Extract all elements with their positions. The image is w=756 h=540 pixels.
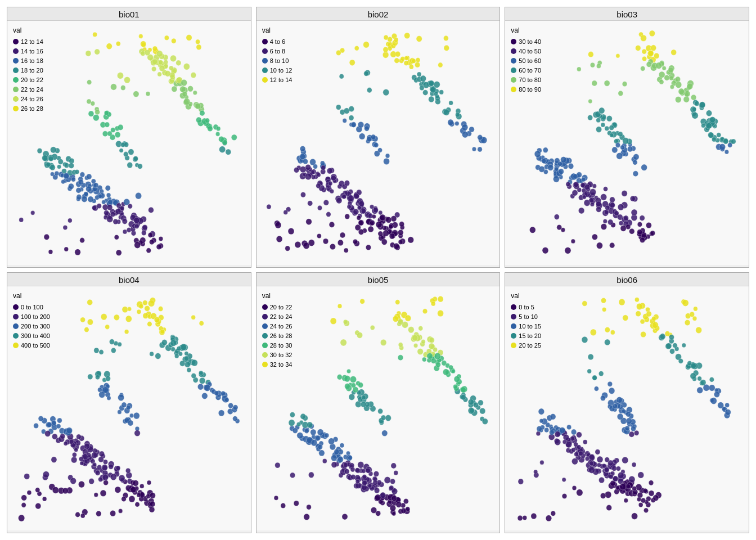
svg-point-173 — [111, 84, 117, 91]
svg-point-113 — [75, 249, 81, 255]
svg-point-371 — [326, 212, 330, 217]
legend-item-bio01-5: 22 to 24 — [13, 85, 43, 94]
svg-point-389 — [288, 228, 294, 235]
svg-point-301 — [454, 122, 458, 126]
scatter-svg-bio01 — [7, 21, 251, 265]
panel-title-bio06: bio06 — [505, 273, 749, 286]
svg-point-1645 — [725, 403, 730, 407]
svg-point-413 — [477, 135, 482, 141]
svg-point-251 — [94, 49, 100, 55]
svg-point-791 — [618, 204, 624, 211]
legend-dot-bio03-3 — [511, 68, 516, 73]
svg-point-372 — [373, 208, 378, 213]
svg-point-1050 — [218, 410, 224, 416]
svg-point-494 — [374, 142, 378, 147]
svg-point-1679 — [570, 436, 575, 441]
svg-point-167 — [141, 51, 145, 56]
svg-point-667 — [659, 71, 665, 78]
svg-point-1172 — [380, 339, 386, 345]
svg-point-1512 — [567, 425, 572, 430]
legend-label-bio04-4: 400 to 500 — [21, 341, 50, 350]
svg-point-1105 — [129, 496, 135, 502]
legend-item-bio05-4: 28 to 30 — [262, 341, 292, 350]
legend-label-bio02-1: 6 to 8 — [270, 47, 286, 56]
svg-point-1698 — [641, 498, 646, 503]
legend-label-bio02-0: 4 to 6 — [270, 37, 286, 47]
svg-point-229 — [120, 85, 125, 90]
svg-point-1404 — [296, 422, 300, 426]
svg-point-839 — [555, 167, 559, 172]
legend-label-bio04-3: 300 to 400 — [21, 331, 50, 341]
svg-point-1331 — [357, 332, 362, 338]
svg-point-1307 — [478, 400, 483, 406]
svg-point-1302 — [361, 469, 365, 473]
svg-point-376 — [399, 222, 404, 227]
svg-point-287 — [86, 186, 92, 192]
svg-point-1710 — [608, 460, 614, 466]
legend-item-bio01-1: 14 to 16 — [13, 47, 43, 56]
svg-point-256 — [113, 219, 118, 224]
legend-label-bio01-3: 18 to 20 — [21, 66, 43, 75]
svg-point-850 — [590, 189, 596, 196]
panel-content-bio06: val0 to 55 to 1010 to 1515 to 2020 to 25 — [505, 286, 749, 530]
legend-label-bio06-3: 15 to 20 — [519, 331, 541, 341]
svg-point-1663 — [601, 298, 606, 304]
svg-point-711 — [601, 123, 605, 127]
svg-point-218 — [170, 55, 176, 62]
svg-point-1444 — [391, 496, 397, 501]
svg-point-1602 — [605, 339, 610, 345]
legend-dot-bio03-2 — [511, 58, 516, 64]
svg-point-532 — [416, 57, 420, 62]
legend-item-bio05-5: 30 to 32 — [262, 350, 292, 360]
svg-point-702 — [542, 159, 546, 164]
svg-point-788 — [626, 224, 631, 230]
svg-point-586 — [592, 234, 598, 240]
legend-label-bio01-6: 24 to 26 — [21, 94, 43, 104]
svg-point-1057 — [150, 493, 155, 499]
svg-point-556 — [341, 194, 346, 199]
svg-point-383 — [336, 50, 341, 55]
svg-point-309 — [323, 200, 328, 205]
svg-point-521 — [417, 72, 421, 76]
svg-point-136 — [133, 91, 139, 97]
svg-point-1447 — [396, 502, 402, 508]
svg-point-17 — [226, 149, 231, 155]
svg-point-849 — [589, 197, 594, 202]
legend-item-bio03-3: 60 to 70 — [511, 66, 541, 75]
svg-point-816 — [604, 80, 610, 87]
svg-point-557 — [316, 183, 320, 188]
svg-point-1116 — [105, 376, 110, 381]
svg-point-554 — [316, 173, 320, 177]
svg-point-680 — [610, 242, 615, 248]
svg-point-216 — [134, 224, 139, 228]
legend-item-bio06-0: 0 to 5 — [511, 303, 541, 312]
legend-label-bio05-3: 26 to 28 — [270, 331, 292, 341]
svg-point-855 — [608, 219, 613, 225]
svg-point-567 — [404, 56, 408, 61]
svg-point-491 — [361, 209, 366, 214]
svg-point-1128 — [161, 340, 167, 345]
svg-point-773 — [616, 143, 620, 148]
svg-point-1114 — [43, 471, 49, 478]
svg-point-527 — [353, 239, 357, 244]
svg-point-1438 — [361, 402, 366, 407]
svg-point-1018 — [204, 385, 210, 392]
svg-point-541 — [358, 220, 364, 226]
svg-point-156 — [58, 159, 63, 165]
svg-point-293 — [338, 240, 343, 246]
svg-point-948 — [147, 322, 152, 327]
svg-point-804 — [571, 239, 575, 244]
svg-point-717 — [566, 182, 570, 186]
legend-dot-bio03-1 — [511, 48, 516, 54]
svg-point-1025 — [158, 307, 163, 312]
svg-point-239 — [216, 127, 220, 131]
svg-point-1662 — [577, 445, 582, 449]
legend-item-bio01-4: 20 to 22 — [13, 75, 43, 85]
svg-point-801 — [656, 62, 662, 69]
svg-point-573 — [389, 224, 393, 229]
svg-point-252 — [104, 210, 109, 216]
svg-point-976 — [122, 402, 127, 408]
legend-title-bio01: val — [13, 25, 43, 36]
svg-point-1112 — [35, 503, 41, 509]
svg-point-1637 — [622, 457, 628, 464]
